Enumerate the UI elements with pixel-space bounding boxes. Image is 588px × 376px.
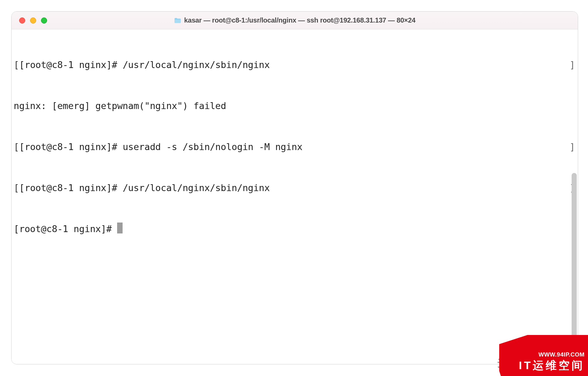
terminal-line: [[root@c8-1 nginx]# /usr/local/nginx/sbi… <box>12 58 578 72</box>
corner-url: WWW.94IP.COM <box>538 351 585 358</box>
terminal-body[interactable]: [[root@c8-1 nginx]# /usr/local/nginx/sbi… <box>12 29 578 364</box>
bracket-left: [ <box>14 142 19 152</box>
command-text: /usr/local/nginx/sbin/nginx <box>123 183 270 193</box>
maximize-button[interactable] <box>41 17 47 24</box>
window-title: kasar — root@c8-1:/usr/local/nginx — ssh… <box>184 16 415 24</box>
window-title-wrap: kasar — root@c8-1:/usr/local/nginx — ssh… <box>174 16 415 24</box>
terminal-line: [[root@c8-1 nginx]# useradd -s /sbin/nol… <box>12 140 578 154</box>
prompt: [root@c8-1 nginx]# <box>14 224 117 234</box>
close-button[interactable] <box>19 17 25 24</box>
bracket-left: [ <box>14 59 19 70</box>
bracket-left: [ <box>14 183 19 193</box>
traffic-lights <box>12 17 47 24</box>
minimize-button[interactable] <box>30 17 36 24</box>
terminal-line-cursor: [root@c8-1 nginx]# <box>12 222 578 236</box>
prompt: [root@c8-1 nginx]# <box>19 183 123 193</box>
cursor <box>117 223 123 233</box>
folder-icon <box>174 17 181 24</box>
command-text: useradd -s /sbin/nologin -M nginx <box>123 142 303 152</box>
prompt: [root@c8-1 nginx]# <box>19 142 123 152</box>
corner-badge: WWW.94IP.COM IT运维空间 <box>499 335 588 376</box>
prompt: [root@c8-1 nginx]# <box>19 59 123 70</box>
scrollbar-track[interactable] <box>571 29 577 364</box>
command-text: /usr/local/nginx/sbin/nginx <box>123 59 270 70</box>
titlebar[interactable]: kasar — root@c8-1:/usr/local/nginx — ssh… <box>12 12 578 29</box>
terminal-output: nginx: [emerg] getpwnam("nginx") failed <box>12 99 578 113</box>
terminal-line: [[root@c8-1 nginx]# /usr/local/nginx/sbi… <box>12 181 578 195</box>
corner-title: IT运维空间 <box>519 358 585 373</box>
terminal-window: kasar — root@c8-1:/usr/local/nginx — ssh… <box>11 11 578 364</box>
